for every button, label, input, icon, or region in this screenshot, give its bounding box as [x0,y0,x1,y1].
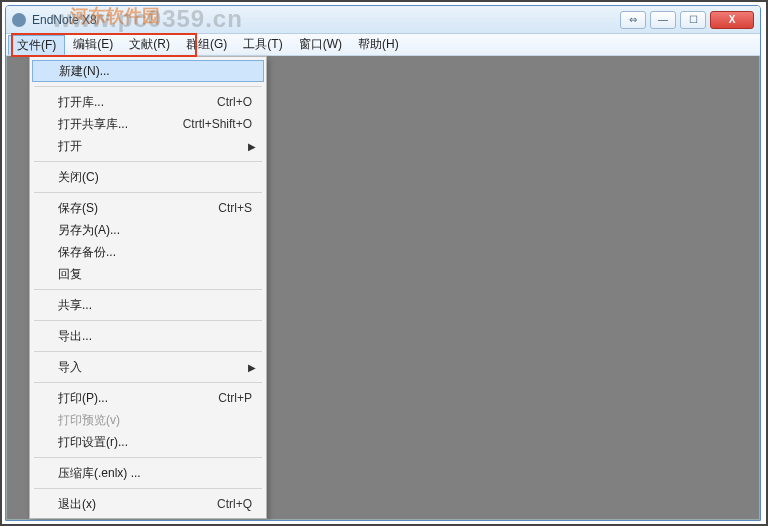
menu-item-compress[interactable]: 压缩库(.enlx) ... [32,462,264,484]
menu-shortcut: Ctrl+Q [217,497,252,511]
file-menu-dropdown: 新建(N)... 打开库...Ctrl+O 打开共享库...Ctrtl+Shif… [29,56,267,519]
window-title: EndNote X8 [32,13,97,27]
window-controls: ⇔ — ☐ X [620,11,754,29]
menu-item-label: 回复 [58,266,82,283]
menu-tools[interactable]: 工具(T) [235,34,290,55]
menu-separator [34,192,262,193]
menu-references[interactable]: 文献(R) [121,34,178,55]
menu-separator [34,488,262,489]
menu-file[interactable]: 文件(F) [8,35,65,55]
menu-item-open[interactable]: 打开▶ [32,135,264,157]
menu-item-label: 打开共享库... [58,116,128,133]
menu-item-save-as[interactable]: 另存为(A)... [32,219,264,241]
menu-item-label: 打印预览(v) [58,412,120,429]
menu-item-label: 打开库... [58,94,104,111]
menu-item-open-shared[interactable]: 打开共享库...Ctrtl+Shift+O [32,113,264,135]
menu-item-print-setup[interactable]: 打印设置(r)... [32,431,264,453]
app-icon [12,13,26,27]
menu-separator [34,351,262,352]
titlebar: EndNote X8 ⇔ — ☐ X [6,6,760,34]
menu-item-save-backup[interactable]: 保存备份... [32,241,264,263]
menu-item-revert[interactable]: 回复 [32,263,264,285]
menu-item-print[interactable]: 打印(P)...Ctrl+P [32,387,264,409]
menu-item-label: 压缩库(.enlx) ... [58,465,141,482]
submenu-arrow-icon: ▶ [248,362,256,373]
menu-item-open-library[interactable]: 打开库...Ctrl+O [32,91,264,113]
app-window: EndNote X8 ⇔ — ☐ X 文件(F) 编辑(E) 文献(R) 群组(… [5,5,761,521]
menu-item-label: 退出(x) [58,496,96,513]
menu-item-print-preview: 打印预览(v) [32,409,264,431]
menu-shortcut: Ctrl+O [217,95,252,109]
menu-separator [34,289,262,290]
menu-item-label: 关闭(C) [58,169,99,186]
menu-shortcut: Ctrl+P [218,391,252,405]
menu-item-close[interactable]: 关闭(C) [32,166,264,188]
menu-shortcut: Ctrl+S [218,201,252,215]
close-button[interactable]: X [710,11,754,29]
menu-item-import[interactable]: 导入▶ [32,356,264,378]
menu-item-export[interactable]: 导出... [32,325,264,347]
submenu-arrow-icon: ▶ [248,141,256,152]
menu-item-label: 导出... [58,328,92,345]
menu-item-label: 保存备份... [58,244,116,261]
menubar: 文件(F) 编辑(E) 文献(R) 群组(G) 工具(T) 窗口(W) 帮助(H… [6,34,760,56]
menu-item-share[interactable]: 共享... [32,294,264,316]
outer-frame: EndNote X8 ⇔ — ☐ X 文件(F) 编辑(E) 文献(R) 群组(… [0,0,768,526]
menu-item-label: 打开 [58,138,82,155]
menu-separator [34,86,262,87]
restore-button[interactable]: ☐ [680,11,706,29]
menu-help[interactable]: 帮助(H) [350,34,407,55]
menu-item-exit[interactable]: 退出(x)Ctrl+Q [32,493,264,515]
minimize-button[interactable]: — [650,11,676,29]
menu-item-new[interactable]: 新建(N)... [32,60,264,82]
menu-groups[interactable]: 群组(G) [178,34,235,55]
menu-item-label: 打印设置(r)... [58,434,128,451]
menu-shortcut: Ctrtl+Shift+O [183,117,252,131]
menu-item-label: 另存为(A)... [58,222,120,239]
menu-item-save[interactable]: 保存(S)Ctrl+S [32,197,264,219]
maximize-toggle-button[interactable]: ⇔ [620,11,646,29]
menu-item-label: 新建(N)... [59,63,110,80]
menu-separator [34,457,262,458]
menu-separator [34,382,262,383]
menu-item-label: 保存(S) [58,200,98,217]
menu-item-label: 打印(P)... [58,390,108,407]
menu-item-label: 共享... [58,297,92,314]
menu-separator [34,161,262,162]
menu-window[interactable]: 窗口(W) [291,34,350,55]
menu-separator [34,320,262,321]
menu-edit[interactable]: 编辑(E) [65,34,121,55]
menu-item-label: 导入 [58,359,82,376]
